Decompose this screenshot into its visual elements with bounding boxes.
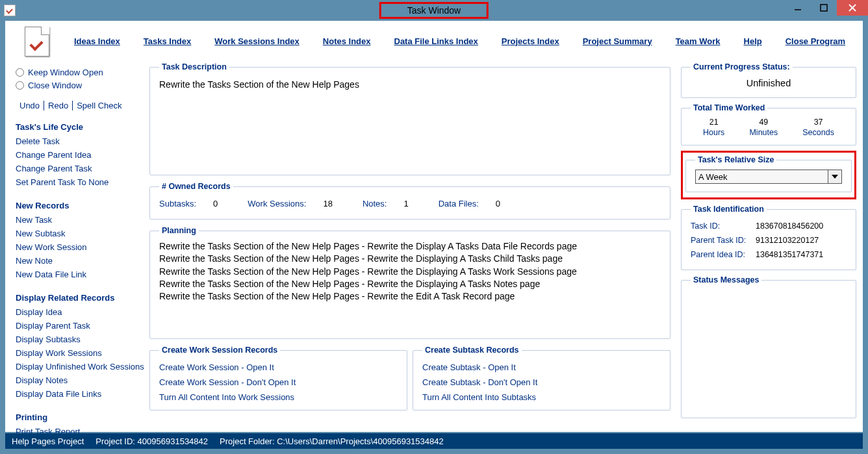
- radio-close-window-input[interactable]: [16, 81, 24, 90]
- link-display-data-file-links[interactable]: Display Data File Links: [16, 387, 146, 401]
- link-display-work-sessions[interactable]: Display Work Sessions: [16, 346, 146, 360]
- sidebar: Keep Window Open Close Window Undo Redo …: [16, 68, 146, 438]
- status-messages-group: Status Messages: [681, 275, 856, 418]
- link-new-work-session[interactable]: New Work Session: [16, 240, 146, 254]
- menu-notes-index[interactable]: Notes Index: [323, 36, 371, 46]
- link-turn-all-ws[interactable]: Turn All Content Into Work Sessions: [159, 390, 398, 405]
- menu-help[interactable]: Help: [744, 36, 762, 46]
- hours-value: 21: [703, 118, 724, 127]
- link-change-parent-task[interactable]: Change Parent Task: [16, 162, 146, 175]
- link-set-parent-none[interactable]: Set Parent Task To None: [16, 175, 146, 189]
- menu-projects-index[interactable]: Projects Index: [502, 36, 559, 46]
- menu-project-summary[interactable]: Project Summary: [583, 36, 652, 46]
- link-turn-all-sub[interactable]: Turn All Content Into Subtasks: [422, 390, 661, 405]
- parent-idea-id-value: 136481351747371: [756, 250, 823, 259]
- section-display-related: Display Related Records: [16, 293, 146, 303]
- subtasks-label: Subtasks:: [159, 199, 196, 208]
- redo-link[interactable]: Redo: [44, 101, 73, 110]
- link-display-unfinished-ws[interactable]: Display Unfinished Work Sessions: [16, 360, 146, 373]
- relative-size-legend: Task's Relative Size: [695, 155, 776, 164]
- task-description-legend: Task Description: [159, 62, 229, 71]
- parent-idea-id-label: Parent Idea ID:: [691, 250, 756, 259]
- link-delete-task[interactable]: Delete Task: [16, 134, 146, 148]
- hours-label: Hours: [703, 128, 724, 137]
- link-display-idea[interactable]: Display Idea: [16, 305, 146, 319]
- work-sessions-label: Work Sessions:: [248, 199, 306, 208]
- status-messages-legend: Status Messages: [691, 275, 761, 284]
- task-id-label: Task ID:: [691, 221, 756, 231]
- link-change-parent-idea[interactable]: Change Parent Idea: [16, 148, 146, 162]
- parent-task-id-value: 91312103220127: [756, 236, 819, 245]
- radio-keep-label: Keep Window Open: [28, 68, 103, 77]
- work-sessions-value: 18: [323, 199, 332, 208]
- notes-value: 1: [403, 199, 408, 208]
- menu-tasks-index[interactable]: Tasks Index: [144, 36, 191, 46]
- link-display-subtasks[interactable]: Display Subtasks: [16, 333, 146, 346]
- task-identification-legend: Task Identification: [691, 205, 767, 214]
- link-new-subtask[interactable]: New Subtask: [16, 227, 146, 240]
- task-description-group: Task Description Rewrite the Tasks Secti…: [149, 62, 670, 175]
- progress-status-legend: Current Progress Status:: [691, 62, 793, 71]
- link-create-ws-open[interactable]: Create Work Session - Open It: [159, 360, 398, 375]
- planning-legend: Planning: [159, 226, 199, 235]
- task-id-value: 183670818456200: [756, 221, 823, 231]
- seconds-value: 37: [802, 118, 834, 127]
- planning-line: Rewrite the Tasks Section of the New Hel…: [159, 266, 661, 278]
- titlebar: Task Window: [0, 0, 868, 21]
- owned-records-legend: # Owned Records: [159, 182, 233, 191]
- undo-link[interactable]: Undo: [16, 101, 44, 110]
- link-create-sub-open[interactable]: Create Subtask - Open It: [422, 360, 661, 375]
- task-description-text[interactable]: Rewrite the Tasks Section of the New Hel…: [159, 77, 661, 90]
- right-panel: Current Progress Status: Unfinished Tota…: [681, 62, 856, 423]
- progress-status-value: Unfinished: [691, 77, 847, 90]
- section-new-records: New Records: [16, 201, 146, 210]
- close-button[interactable]: [837, 0, 868, 16]
- seconds-label: Seconds: [802, 128, 834, 137]
- spell-check-link[interactable]: Spell Check: [73, 101, 125, 110]
- menu-work-sessions-index[interactable]: Work Sessions Index: [214, 36, 300, 46]
- radio-keep-window-open[interactable]: Keep Window Open: [16, 68, 146, 77]
- minimize-button[interactable]: [785, 0, 811, 16]
- link-display-notes[interactable]: Display Notes: [16, 373, 146, 387]
- svg-marker-4: [832, 175, 838, 179]
- parent-task-id-label: Parent Task ID:: [691, 236, 756, 245]
- link-create-ws-dont-open[interactable]: Create Work Session - Don't Open It: [159, 375, 398, 390]
- radio-keep-window-open-input[interactable]: [16, 68, 24, 77]
- link-new-data-file-link[interactable]: New Data File Link: [16, 268, 146, 281]
- planning-content[interactable]: Rewrite the Tasks Section of the New Hel…: [159, 240, 661, 303]
- relative-size-highlight: Task's Relative Size A Week: [681, 151, 856, 199]
- link-display-parent-task[interactable]: Display Parent Task: [16, 319, 146, 333]
- notes-label: Notes:: [363, 199, 387, 208]
- menu-data-file-links-index[interactable]: Data File Links Index: [394, 36, 478, 46]
- status-project-folder: Project Folder: C:\Users\Darren\Projects…: [220, 436, 444, 446]
- relative-size-group: Task's Relative Size A Week: [685, 155, 852, 192]
- section-printing: Printing: [16, 412, 146, 422]
- app-icon: [4, 5, 16, 16]
- maximize-button[interactable]: [811, 0, 837, 16]
- task-identification-group: Task Identification Task ID: 18367081845…: [681, 205, 856, 270]
- planning-line: Rewrite the Tasks Section of the New Hel…: [159, 240, 661, 253]
- radio-close-label: Close Window: [28, 81, 82, 90]
- menu-team-work[interactable]: Team Work: [676, 36, 721, 46]
- create-sub-legend: Create Subtask Records: [422, 346, 522, 355]
- window-title: Task Window: [379, 2, 489, 19]
- status-bar: Help Pages Project Project ID: 400956931…: [5, 433, 863, 449]
- time-worked-group: Total Time Worked 21 Hours 49 Minutes 37: [681, 103, 856, 145]
- minutes-label: Minutes: [749, 128, 778, 137]
- create-subtask-group: Create Subtask Records Create Subtask - …: [413, 346, 670, 410]
- menu-close-program[interactable]: Close Program: [785, 36, 845, 46]
- link-new-task[interactable]: New Task: [16, 213, 146, 227]
- radio-close-window[interactable]: Close Window: [16, 81, 146, 90]
- logo-icon: [25, 27, 51, 55]
- menu-ideas-index[interactable]: Ideas Index: [74, 36, 120, 46]
- time-worked-legend: Total Time Worked: [691, 103, 767, 112]
- chevron-down-icon: [828, 170, 841, 183]
- relative-size-select[interactable]: A Week: [695, 170, 842, 184]
- link-new-note[interactable]: New Note: [16, 254, 146, 268]
- status-project-id: Project ID: 400956931534842: [96, 436, 208, 446]
- link-create-sub-dont-open[interactable]: Create Subtask - Don't Open It: [422, 375, 661, 390]
- section-life-cycle: Task's Life Cycle: [16, 122, 146, 132]
- create-ws-legend: Create Work Session Records: [159, 346, 280, 355]
- progress-status-group: Current Progress Status: Unfinished: [681, 62, 856, 98]
- planning-group: Planning Rewrite the Tasks Section of th…: [149, 226, 670, 339]
